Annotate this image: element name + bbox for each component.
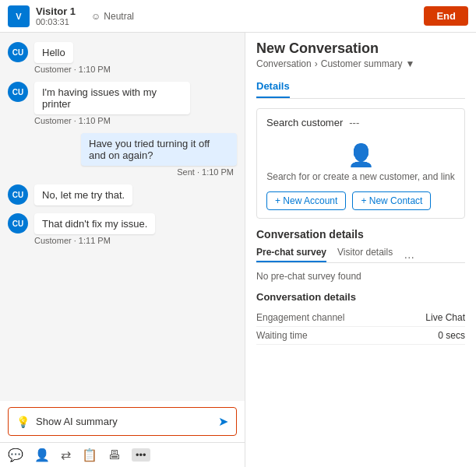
chat-bubble: That didn't fix my issue. [34,213,155,234]
conv-details-title: Conversation details [256,228,465,241]
transfer-icon[interactable]: ⇄ [61,448,71,462]
chat-bubble: Hello [34,42,73,63]
engagement-value: Live Chat [425,312,465,323]
chat-bubble-sent: Have you tried turning it off and on aga… [81,133,237,166]
message-meta: Customer · 1:11 PM [8,236,237,245]
message-meta-sent: Sent · 1:10 PM [8,167,237,177]
message-group: CU Hello Customer · 1:10 PM [8,42,237,74]
new-account-button[interactable]: + New Account [266,191,346,210]
sentiment-icon: ☺ [91,11,100,22]
message-row: CU No, let me try that. [8,184,237,205]
message-group: Have you tried turning it off and on aga… [8,133,237,177]
message-group: CU I'm having issues with my printer Cus… [8,82,237,125]
chat-toolbar: 💬 👤 ⇄ 📋 🖶 ••• [0,442,245,467]
search-empty-state: 👤 Search for or create a new customer, a… [266,136,455,185]
search-label: Search customer [266,117,343,128]
user-placeholder-icon: 👤 [347,142,375,168]
search-dashes: --- [349,117,359,128]
waiting-key: Waiting time [256,330,308,341]
notes-icon[interactable]: 📋 [82,448,97,462]
search-row: Search customer --- [266,117,455,128]
end-button[interactable]: End [424,6,468,26]
ai-summary-bar[interactable]: 💡 Show AI summary ➤ [8,407,237,436]
header-left: V Visitor 1 00:03:31 ☺ Neutral [8,5,424,27]
chat-icon[interactable]: 💬 [8,448,23,462]
chat-messages: CU Hello Customer · 1:10 PM CU I'm havin… [0,33,245,401]
message-group: CU That didn't fix my issue. Customer · … [8,213,237,245]
header: V Visitor 1 00:03:31 ☺ Neutral End [0,0,476,33]
chevron-down-icon: ▼ [405,58,414,69]
waiting-value: 0 secs [438,330,465,341]
message-group: CU No, let me try that. [8,184,237,205]
bulb-icon: 💡 [16,416,30,428]
right-tabs: Details [256,75,465,99]
chat-panel: CU Hello Customer · 1:10 PM CU I'm havin… [0,33,245,467]
conv-tabs: Pre-chat survey Visitor details … [256,247,465,263]
engagement-key: Engagement channel [256,312,344,323]
message-meta: Customer · 1:10 PM [8,65,237,74]
breadcrumb-separator: › [315,58,318,69]
breadcrumb: Conversation › Customer summary ▼ [256,58,465,69]
chat-bubble: I'm having issues with my printer [34,82,190,114]
visitor-icon: V [8,5,30,27]
screen-share-icon[interactable]: 🖶 [108,448,121,462]
tab-pre-chat-survey[interactable]: Pre-chat survey [256,247,326,262]
message-row: CU I'm having issues with my printer [8,82,237,114]
search-customer-section: Search customer --- 👤 Search for or crea… [256,108,465,219]
sentiment-indicator: ☺ Neutral [91,11,134,22]
no-survey-text: No pre-chat survey found [256,271,465,282]
visitor-name: Visitor 1 [36,5,76,17]
detail-row-waiting: Waiting time 0 secs [256,327,465,345]
sentiment-label: Neutral [104,11,134,22]
breadcrumb-conversation[interactable]: Conversation [256,58,312,69]
chat-bubble: No, let me try that. [34,184,132,205]
avatar: CU [8,184,28,205]
page-title: New Conversation [256,40,465,57]
avatar: CU [8,82,28,102]
tab-details[interactable]: Details [256,75,290,98]
visitor-time: 00:03:31 [36,17,76,26]
message-row: CU That didn't fix my issue. [8,213,237,234]
conv-tabs-more[interactable]: … [404,248,414,261]
breadcrumb-customer-summary[interactable]: Customer summary [321,58,403,69]
more-menu-button[interactable]: ••• [132,448,150,462]
message-row: CU Hello [8,42,237,63]
person-icon[interactable]: 👤 [34,448,50,462]
avatar: CU [8,213,28,234]
avatar: CU [8,42,28,62]
detail-row-engagement: Engagement channel Live Chat [256,309,465,327]
send-icon[interactable]: ➤ [218,414,228,429]
main-area: CU Hello Customer · 1:10 PM CU I'm havin… [0,33,476,467]
conv-detail-subtitle: Conversation details [256,291,465,303]
visitor-info: Visitor 1 00:03:31 [36,5,76,26]
message-meta: Customer · 1:10 PM [8,116,237,125]
message-row-sent: Have you tried turning it off and on aga… [8,133,237,166]
search-actions: + New Account + New Contact [266,191,455,210]
tab-visitor-details[interactable]: Visitor details [337,247,393,262]
conversation-details-section: Conversation details Pre-chat survey Vis… [256,228,465,345]
right-panel: New Conversation Conversation › Customer… [245,33,476,467]
new-contact-button[interactable]: + New Contact [352,191,431,210]
ai-summary-label: Show AI summary [36,416,212,427]
search-hint: Search for or create a new customer, and… [266,171,454,182]
